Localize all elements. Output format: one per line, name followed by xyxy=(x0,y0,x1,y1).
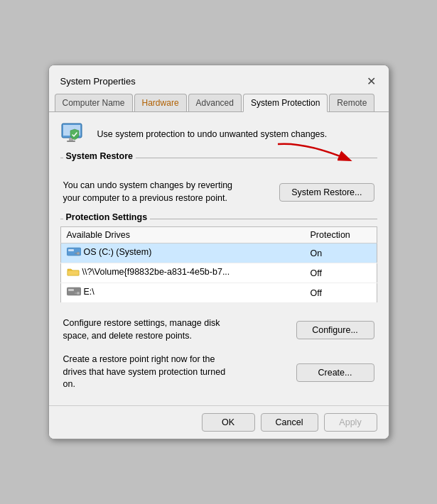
title-bar: System Properties ✕ xyxy=(49,65,389,89)
drive-icon-volume: \\?\Volume{f98832be-a831-4e5b-b7... xyxy=(67,267,230,277)
tabs-container: Computer Name Hardware Advanced System P… xyxy=(49,89,389,111)
drive-icon-e: E:\ xyxy=(67,287,95,297)
system-properties-dialog: System Properties ✕ Computer Name Hardwa… xyxy=(48,65,389,439)
create-button[interactable]: Create... xyxy=(296,363,374,382)
restore-description: You can undo system changes by reverting… xyxy=(63,180,234,204)
create-description: Create a restore point right now for the… xyxy=(63,354,234,391)
tab-remote[interactable]: Remote xyxy=(329,94,374,111)
drive-name: \\?\Volume{f98832be-a831-4e5b-b7... xyxy=(60,263,305,283)
svg-rect-11 xyxy=(68,289,74,291)
svg-rect-6 xyxy=(68,249,74,251)
table-row[interactable]: E:\ Off xyxy=(60,283,377,303)
drive-name: E:\ xyxy=(60,283,305,303)
drive-protection-2: Off xyxy=(305,283,377,303)
configure-row: Configure restore settings, manage disk … xyxy=(60,312,377,348)
dialog-footer: OK Cancel Apply xyxy=(49,405,389,439)
system-restore-section: System Restore You can undo system chang… xyxy=(60,158,377,210)
svg-point-12 xyxy=(77,292,80,295)
cancel-button[interactable]: Cancel xyxy=(261,413,318,432)
restore-row: You can undo system changes by reverting… xyxy=(60,168,377,210)
tab-content: Use system protection to undo unwanted s… xyxy=(49,111,389,405)
configure-button[interactable]: Configure... xyxy=(296,321,374,339)
col-header-protection: Protection xyxy=(305,227,377,243)
drive-protection-1: Off xyxy=(305,263,377,283)
create-row: Create a restore point right now for the… xyxy=(60,348,377,397)
tab-advanced[interactable]: Advanced xyxy=(188,94,242,111)
drive-name: OS (C:) (System) xyxy=(60,243,305,263)
drive-icon-c: OS (C:) (System) xyxy=(67,247,152,257)
system-restore-label: System Restore xyxy=(63,151,136,161)
table-row[interactable]: OS (C:) (System) On xyxy=(60,243,377,263)
dialog-title: System Properties xyxy=(60,76,136,87)
close-button[interactable]: ✕ xyxy=(363,72,380,89)
drive-protection-0: On xyxy=(305,243,377,263)
svg-point-7 xyxy=(77,252,80,255)
protection-settings-section: Protection Settings Available Drives Pro… xyxy=(60,219,377,303)
ok-button[interactable]: OK xyxy=(202,413,255,432)
system-restore-button[interactable]: System Restore... xyxy=(279,183,374,202)
svg-rect-9 xyxy=(68,270,79,275)
svg-rect-8 xyxy=(75,253,77,254)
apply-button[interactable]: Apply xyxy=(324,413,377,432)
tab-computer-name[interactable]: Computer Name xyxy=(55,94,133,111)
table-row[interactable]: \\?\Volume{f98832be-a831-4e5b-b7... Off xyxy=(60,263,377,283)
svg-rect-13 xyxy=(75,293,77,294)
tab-system-protection[interactable]: System Protection xyxy=(243,94,328,112)
svg-rect-3 xyxy=(67,141,75,142)
protection-settings-label: Protection Settings xyxy=(63,212,151,222)
tab-hardware[interactable]: Hardware xyxy=(134,94,187,111)
col-header-drives: Available Drives xyxy=(60,227,305,243)
configure-description: Configure restore settings, manage disk … xyxy=(63,317,234,342)
system-protection-icon xyxy=(60,121,89,148)
drives-table: Available Drives Protection xyxy=(60,226,377,303)
